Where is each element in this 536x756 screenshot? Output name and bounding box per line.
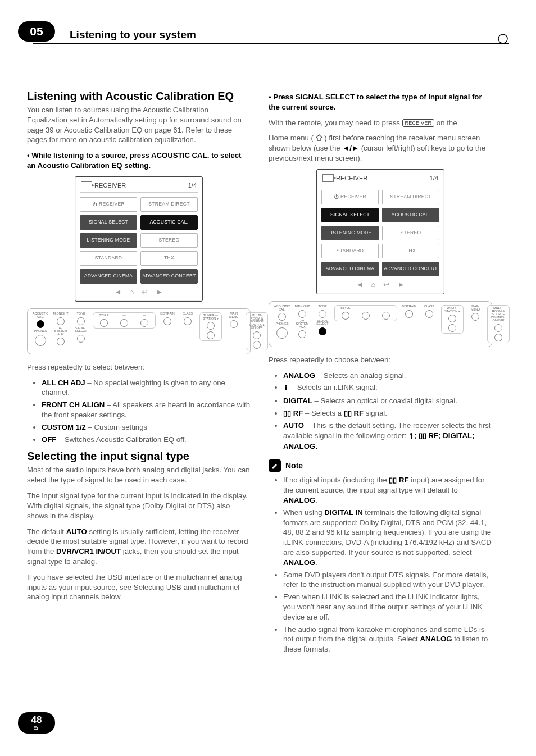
left-heading-1: Listening with Acoustic Calibration EQ	[27, 90, 251, 103]
list-item: When using DIGITAL IN terminals the foll…	[283, 508, 492, 568]
rs-r-lbl: MAIN MENU	[467, 305, 484, 311]
list-item: DIGITAL – Selects an optical or coaxial …	[283, 396, 492, 406]
rs-l-lbl: CLASS	[183, 312, 193, 316]
rs-l-lbl: MIDNIGHT	[53, 312, 68, 316]
left-heading-2: Selecting the input signal type	[27, 450, 251, 463]
cell-listening-mode: LISTENING MODE	[321, 226, 379, 240]
cell-receiver: ⏻ RECEIVER	[321, 190, 379, 204]
right-press-repeatedly: Press repeatedly to choose between:	[269, 355, 492, 365]
receiver-device-icon	[81, 181, 92, 189]
list-item: – Selects an i.LINK signal.	[283, 382, 492, 394]
nav-right-icon: ►	[397, 280, 405, 290]
rs-r-lbl2: AV SYSTEM AUX	[294, 320, 311, 329]
rs-l-lbl2: SIGNAL SELECT	[72, 327, 89, 333]
note-list: If no digital inputs (including the ▯▯ R…	[269, 475, 492, 654]
cell-signal-select: SIGNAL SELECT	[321, 208, 379, 222]
nav-back-icon: ↩	[383, 280, 389, 290]
rs-r-btn	[448, 315, 456, 322]
cell-listening-mode: LISTENING MODE	[80, 233, 137, 248]
rs-l-lbl: —	[143, 314, 146, 317]
panel-head-label: RECEIVER	[94, 181, 126, 190]
rs-l-btn	[184, 317, 192, 325]
svg-point-0	[498, 34, 507, 43]
list-item: FRONT CH ALIGN – All speakers are heard …	[42, 400, 251, 420]
rs-l-phones	[35, 335, 46, 346]
nav-right-icon: ►	[156, 287, 163, 297]
list-item: ▯▯ RF – Selects a ▯▯ RF signal.	[283, 408, 492, 418]
right-mode-list: ANALOG – Selects an analog signal. – Sel…	[269, 371, 492, 452]
cell-acoustic-cal: ACOUSTIC CAL.	[382, 208, 439, 222]
svg-point-3	[410, 433, 412, 435]
rs-r-btn2	[298, 330, 306, 338]
rs-r-lbl: TUNER — STATION +	[444, 307, 461, 313]
page-number-badge: 48 En	[18, 712, 55, 734]
cell-thx: THX	[140, 251, 198, 266]
receiver-screen-left: RECEIVER 1/4 ⏻ RECEIVER STREAM DIRECT SI…	[75, 176, 203, 302]
chapter-badge: 05	[18, 21, 55, 42]
left-mode-list: ALL CH ADJ – No special weighting is giv…	[27, 378, 251, 445]
list-item: AUTO – This is the default setting. The …	[283, 421, 492, 452]
ilink-icon	[408, 432, 414, 442]
rs-r-btn	[342, 312, 349, 320]
cell-acoustic-cal: ACOUSTIC CAL.	[140, 215, 198, 230]
left-p4: If you have selected the USB interface o…	[27, 572, 251, 602]
rs-r-btn	[494, 324, 502, 332]
receiver-screen-right: RECEIVER 1/4 ⏻ RECEIVER STREAM DIRECT SI…	[316, 169, 444, 294]
note-icon	[269, 459, 281, 472]
rs-r-lbl: DISTRAIN	[402, 305, 416, 308]
rs-r-btn	[471, 313, 479, 321]
header-tail-decoration	[497, 33, 509, 45]
rs-l-lbl: TUNER — STATION +	[202, 314, 219, 320]
list-item: CUSTOM 1/2 – Custom settings	[42, 422, 251, 432]
rs-l-btn	[253, 331, 261, 339]
rs-r-lbl: ACOUSTIC CAL.	[274, 305, 290, 311]
rs-l-btn	[100, 319, 108, 327]
chapter-title: Listening to your system	[70, 29, 196, 41]
nav-left-icon: ◄	[356, 280, 364, 290]
cell-stream-direct: STREAM DIRECT	[140, 197, 198, 212]
right-p2: Home menu ( ) first before reaching the …	[269, 133, 492, 163]
cell-standard: STANDARD	[80, 251, 137, 266]
nav-left-icon: ◄	[115, 287, 122, 297]
rs-l-btn2	[57, 338, 65, 345]
rs-l-btn	[120, 319, 128, 327]
rs-l-btn	[207, 322, 215, 330]
page-lang: En	[33, 726, 39, 731]
page-number: 48	[31, 715, 42, 725]
list-item: Even when i.LINK is selected and the i.L…	[283, 592, 492, 622]
list-item: The audio signal from karaoke microphone…	[283, 625, 492, 654]
rs-l-lbl: STYLE	[99, 314, 108, 317]
rs-r-btn	[278, 313, 286, 321]
remote-strip-left: ACOUSTIC CAL.PHONES MIDNIGHTAV SYSTEM AU…	[27, 308, 251, 354]
remote-strip-right: ACOUSTIC CAL.PHONES MIDNIGHTAV SYSTEM AU…	[269, 301, 492, 347]
nav-home-icon: ⌂	[130, 287, 134, 297]
cell-adv-cinema: ADVANCED CINEMA	[321, 262, 379, 276]
rs-r-lbl: STYLE	[340, 307, 350, 310]
left-p1: You can listen to sources using the Acou…	[27, 105, 251, 145]
list-item: If no digital inputs (including the ▯▯ R…	[283, 475, 492, 505]
right-instruction-1: Press SIGNAL SELECT to select the type o…	[269, 92, 492, 112]
rs-r-btn	[494, 334, 502, 341]
rs-l-btn	[140, 319, 148, 327]
cell-standard: STANDARD	[321, 244, 379, 258]
rs-r-btn	[448, 324, 456, 332]
rs-r-btn	[405, 310, 413, 318]
cell-stereo: STEREO	[140, 233, 198, 248]
list-item: ANALOG – Selects an analog signal.	[283, 371, 492, 381]
list-item: ALL CH ADJ – No special weighting is giv…	[42, 378, 251, 398]
receiver-remote-button-icon: RECEIVER	[402, 119, 435, 127]
chapter-bar: Listening to your system	[33, 26, 509, 44]
rs-l-lbl2: PHONES	[34, 330, 47, 333]
rs-r-btn	[298, 310, 306, 318]
rs-r-lbl: —	[364, 307, 367, 310]
svg-rect-2	[285, 387, 287, 390]
right-p1: With the remote, you may need to press R…	[269, 118, 492, 128]
ilink-icon	[283, 384, 289, 394]
rs-r-lbl: MIDNIGHT	[294, 305, 310, 308]
rs-r-btn-signal-select	[319, 327, 326, 335]
panel-head-page: 1/4	[430, 174, 438, 183]
cell-receiver: ⏻ RECEIVER	[80, 197, 137, 212]
note-label: Note	[285, 461, 303, 471]
list-item: Some DVD players don't output DTS signal…	[283, 570, 492, 590]
rs-l-lbl2: AV SYSTEM AUX	[52, 327, 69, 336]
